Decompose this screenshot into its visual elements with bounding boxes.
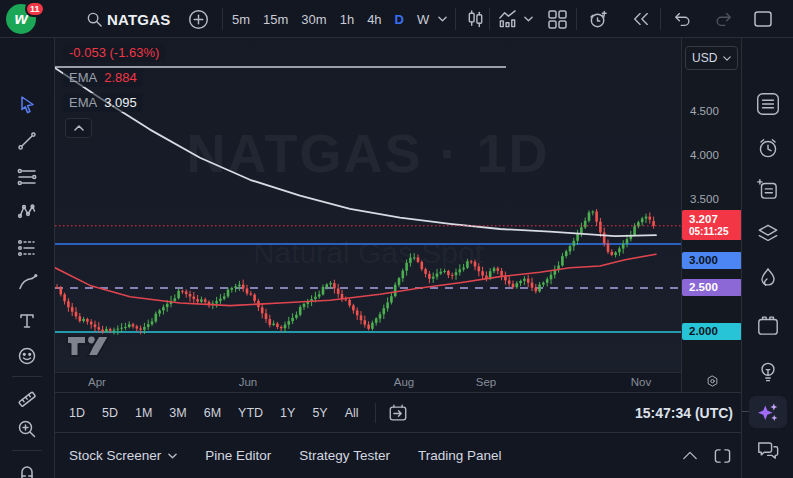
alerts-icon[interactable] [755,135,781,161]
bottom-tab-list: Stock ScreenerPine EditorStrategy Tester… [55,448,501,463]
bottom-tab-pine-editor[interactable]: Pine Editor [205,448,271,463]
level-badge-3000[interactable]: 3.000 [682,252,742,269]
create-alert-icon[interactable] [588,0,609,38]
ema-slow-row[interactable]: EMA3.095 [63,93,165,112]
timeframe-list: 5m15m30m1h4hDW [232,0,429,38]
text-tool-icon[interactable] [16,310,38,332]
range-3M[interactable]: 3M [169,406,186,420]
level-badge-2000-line1: 2.000 [689,325,718,338]
ruler-tool-icon[interactable] [16,388,38,410]
range-1Y[interactable]: 1Y [280,406,295,420]
ema-slow-value: 3.095 [104,95,137,110]
tradingview-logo[interactable] [65,330,111,360]
compare-add-button[interactable] [188,0,209,38]
calendar-icon[interactable] [755,313,781,339]
chart-legend: -0.053 (-1.63%) EMA2.884 EMA3.095 [63,43,165,118]
chevron-up-icon [74,125,84,131]
server-clock[interactable]: 15:47:34 (UTC) [635,405,741,421]
bottom-tab-stock-screener[interactable]: Stock Screener [69,448,177,463]
time-tick-Nov: Nov [631,376,651,388]
rail-divider [12,450,42,451]
level-badge-2000[interactable]: 2.000 [682,323,742,340]
time-tick-Sep: Sep [476,376,496,388]
timeframe-15m[interactable]: 15m [263,12,288,27]
current-price-badge-line2: 05:11:25 [689,226,728,238]
redo-icon[interactable] [714,0,732,38]
ema-slow-label: EMA [69,95,97,110]
indicators-chevron-icon[interactable] [524,0,533,38]
chat-icon[interactable] [755,437,781,463]
price-tick-3.500: 3.500 [690,193,719,205]
ideas-bulb-icon[interactable] [755,359,781,385]
axis-settings-gear-icon[interactable] [705,374,720,389]
time-tick-Aug: Aug [394,376,414,388]
brush-tool-icon[interactable] [16,272,38,294]
rail-divider [12,376,42,377]
emoji-tool-icon[interactable] [16,345,38,367]
timeframe-W[interactable]: W [417,12,429,27]
layout-grid-icon[interactable] [548,0,567,38]
magnet-tool-icon[interactable] [16,462,38,478]
range-6M[interactable]: 6M [204,406,221,420]
price-change: -0.053 (-1.63%) [63,43,165,62]
notes-icon[interactable] [755,177,781,203]
range-5Y[interactable]: 5Y [312,406,327,420]
price-tick-4.500: 4.500 [690,105,719,117]
timeframe-D[interactable]: D [395,12,404,27]
time-axis[interactable]: AprJunAugSepNov [55,372,681,392]
chart-pane[interactable]: NATGAS · 1D Natural Gas Spot -0.053 (-1.… [55,38,681,372]
bottom-tab-trading-panel[interactable]: Trading Panel [418,448,502,463]
current-price-badge[interactable]: 3.20705:11:25 [682,210,742,240]
notification-badge[interactable]: 11 [25,1,45,17]
ema-fast-row[interactable]: EMA2.884 [63,68,165,87]
range-1D[interactable]: 1D [69,406,85,420]
top-toolbar: w 11 NATGAS 5m15m30m1h4hDW [0,0,793,38]
ai-tab-indicator [742,411,749,412]
timeframe-30m[interactable]: 30m [301,12,326,27]
indicators-icon[interactable] [498,0,517,38]
level-badge-2500[interactable]: 2.500 [682,279,742,296]
chart-style-candles-icon[interactable] [466,0,485,38]
undo-icon[interactable] [674,0,692,38]
current-price-badge-line1: 3.207 [689,213,718,226]
time-tick-Apr: Apr [88,376,106,388]
fullscreen-icon[interactable] [754,0,772,38]
range-All[interactable]: All [345,406,359,420]
price-tick-4.000: 4.000 [690,149,719,161]
timeframe-1h[interactable]: 1h [340,12,354,27]
bottom-tab-strategy-tester[interactable]: Strategy Tester [299,448,390,463]
price-axis[interactable]: USD 4.5004.0003.500 3.20705:11:253.0002.… [681,38,741,392]
range-1M[interactable]: 1M [135,406,152,420]
currency-label: USD [692,51,717,65]
timeframe-dropdown-chevron-icon[interactable] [438,0,447,38]
projection-tool-icon[interactable] [16,237,38,259]
ema-fast-value: 2.884 [104,70,137,85]
cursor-tool-icon[interactable] [16,94,38,116]
drawing-toolbar [0,38,55,478]
watchlist-icon[interactable] [755,91,781,117]
hotlists-flame-icon[interactable] [755,265,781,291]
chevron-down-icon [168,453,177,459]
search-icon[interactable] [86,0,103,38]
timeframe-5m[interactable]: 5m [232,12,250,27]
bar-replay-icon[interactable] [632,0,650,38]
chevron-down-icon [723,56,731,61]
range-5D[interactable]: 5D [102,406,118,420]
legend-collapse-button[interactable] [65,118,92,138]
timeframe-4h[interactable]: 4h [367,12,381,27]
fib-retracement-tool-icon[interactable] [16,166,38,188]
panel-maximize-icon[interactable] [714,448,731,464]
panel-expand-chevron-icon[interactable] [682,451,698,460]
currency-selector[interactable]: USD [685,46,738,70]
trend-line-tool-icon[interactable] [16,130,38,152]
range-YTD[interactable]: YTD [238,406,263,420]
toolbar-divider [660,8,661,30]
ai-assistant-sparkles-icon[interactable] [755,400,781,426]
symbol-search[interactable]: NATGAS [107,0,170,38]
object-tree-icon[interactable] [755,221,781,247]
trading-app: w 11 NATGAS 5m15m30m1h4hDW [0,0,793,478]
xabcd-pattern-tool-icon[interactable] [16,201,38,223]
zoom-in-tool-icon[interactable] [16,418,38,440]
date-range-bar: 1D5D1M3M6MYTD1Y5YAll 15:47:34 (UTC) [55,392,741,432]
go-to-date-icon[interactable] [388,403,408,423]
